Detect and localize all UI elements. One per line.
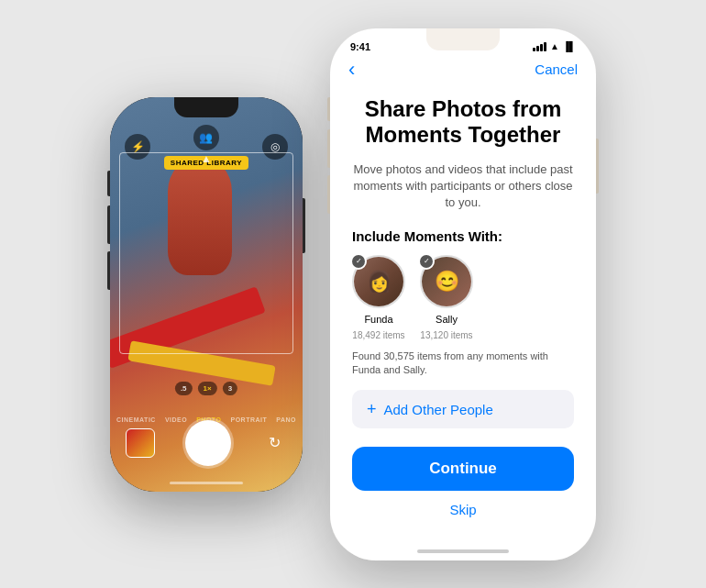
contact-funda: 👩 ✓ Funda 18,492 items [352, 255, 405, 340]
cancel-button[interactable]: Cancel [535, 61, 578, 77]
bar-4 [544, 42, 546, 51]
power-button[interactable] [303, 198, 305, 253]
right-screen: 9:41 ▲ ▐▌ ‹ Cancel Share Photos from Mom… [330, 28, 596, 560]
content-area: Share Photos from Moments Together Move … [330, 87, 596, 518]
add-people-row[interactable]: + Add Other People [352, 390, 574, 428]
camera-controls: ↻ [110, 420, 303, 466]
status-icons: ▲ ▐▌ [533, 41, 576, 51]
moments-note: Found 30,575 items from any moments with… [352, 349, 574, 378]
right-power-button[interactable] [596, 139, 599, 194]
home-indicator [170, 482, 243, 484]
funda-count: 18,492 items [352, 330, 404, 340]
camera-background: ⚡ 👥 SHARED LIBRARY ▲ ◎ .5 1× 3 CINEMATIC… [110, 97, 303, 492]
zoom-3x-button[interactable]: 3 [223, 382, 237, 395]
flip-camera-button[interactable]: ↻ [261, 430, 287, 456]
page-subtitle: Move photos and videos that include past… [352, 161, 574, 212]
shutter-button[interactable] [185, 420, 231, 466]
contact-sally: 😊 ✓ Sally 13,120 items [420, 255, 473, 340]
right-notch [426, 28, 500, 50]
photo-thumbnail[interactable] [126, 428, 155, 458]
signal-icon [533, 42, 546, 51]
wifi-icon: ▲ [550, 41, 559, 51]
bar-2 [536, 46, 539, 51]
bar-3 [540, 44, 543, 51]
avatar-funda-wrap: 👩 ✓ [352, 255, 405, 308]
skip-button[interactable]: Skip [352, 502, 574, 517]
plus-icon: + [367, 401, 377, 417]
camera-screen: ⚡ 👥 SHARED LIBRARY ▲ ◎ .5 1× 3 CINEMATIC… [110, 97, 303, 492]
nav-bar: ‹ Cancel [330, 56, 596, 87]
sally-name: Sally [436, 314, 458, 325]
page-title: Share Photos from Moments Together [352, 96, 574, 150]
zoom-bar: .5 1× 3 [175, 382, 237, 395]
battery-icon: ▐▌ [563, 41, 576, 51]
shared-library-button[interactable]: 👥 [193, 125, 219, 150]
viewfinder [119, 152, 293, 354]
zoom-1x-button[interactable]: 1× [198, 382, 217, 395]
avatar-sally-wrap: 😊 ✓ [420, 255, 473, 308]
home-indicator-right [417, 549, 509, 553]
right-phone: 9:41 ▲ ▐▌ ‹ Cancel Share Photos from Mom… [330, 28, 596, 560]
section-label: Include Moments With: [352, 228, 574, 244]
add-people-label: Add Other People [384, 402, 493, 417]
zoom-0.5-button[interactable]: .5 [175, 382, 193, 395]
bar-1 [533, 48, 535, 51]
funda-name: Funda [364, 314, 392, 325]
back-button[interactable]: ‹ [348, 60, 355, 80]
notch [174, 97, 238, 117]
sally-checkmark: ✓ [418, 253, 435, 270]
sally-count: 13,120 items [420, 330, 472, 340]
continue-button[interactable]: Continue [352, 447, 574, 491]
contacts-row: 👩 ✓ Funda 18,492 items 😊 ✓ Sally [352, 255, 574, 340]
left-phone: ⚡ 👥 SHARED LIBRARY ▲ ◎ .5 1× 3 CINEMATIC… [110, 97, 303, 492]
status-time: 9:41 [350, 41, 370, 52]
funda-checkmark: ✓ [350, 253, 367, 270]
